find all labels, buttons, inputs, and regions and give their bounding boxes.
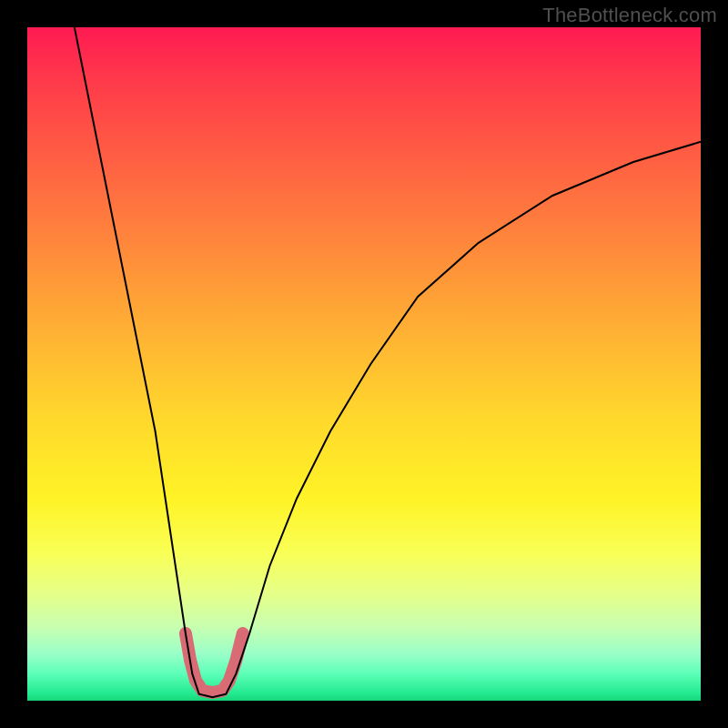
valley-highlight-path bbox=[186, 633, 243, 693]
watermark-text: TheBottleneck.com bbox=[542, 4, 717, 27]
chart-frame: TheBottleneck.com bbox=[0, 0, 728, 728]
plot-area bbox=[27, 27, 701, 701]
bottleneck-curve-path bbox=[75, 27, 701, 697]
curve-layer bbox=[27, 27, 701, 701]
